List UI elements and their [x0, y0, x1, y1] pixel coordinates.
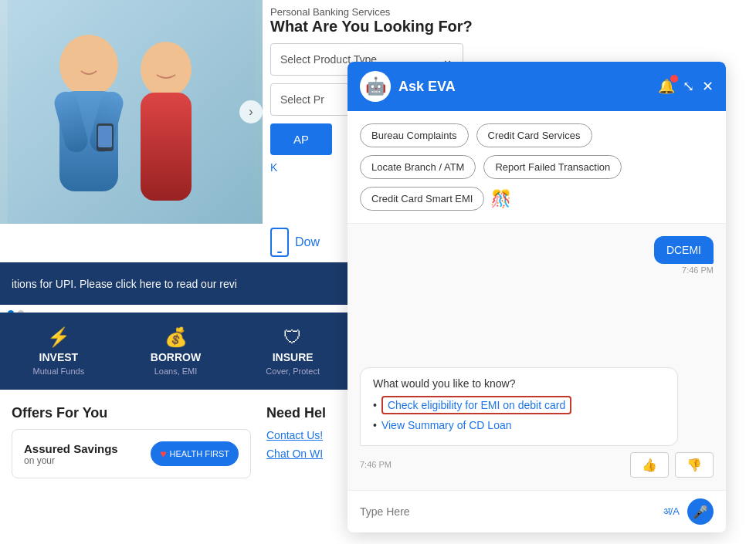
download-label: Dow [295, 235, 320, 249]
option-credit-card-smart-emi[interactable]: Credit Card Smart EMI [360, 187, 484, 211]
upi-text: itions for UPI. Please click here to rea… [12, 278, 237, 290]
offer-card[interactable]: Assured Savings on your ♥ HEALTH FIRST [12, 429, 251, 478]
heart-icon: ♥ [160, 448, 166, 460]
notification-button[interactable]: 🔔 [658, 78, 675, 95]
bot-link-item-2: • View Summary of CD Loan [373, 419, 665, 431]
svg-rect-0 [8, 0, 255, 224]
feedback-buttons: 👍 👎 [630, 452, 714, 478]
chat-input[interactable] [360, 505, 656, 518]
apply-button[interactable]: AP [270, 123, 332, 155]
need-help-title: Need Hel [266, 405, 351, 421]
insure-icon: 🛡 [283, 326, 302, 348]
bot-message-time: 7:46 PM [360, 460, 392, 469]
mic-button[interactable]: 🎤 [687, 498, 714, 525]
chat-title: Ask EVA [398, 79, 650, 95]
svg-rect-8 [98, 126, 112, 147]
mobile-icon [270, 228, 289, 257]
thumbs-up-button[interactable]: 👍 [630, 452, 669, 478]
download-section[interactable]: Dow [270, 228, 320, 257]
invest-title: INVEST [39, 351, 79, 363]
option-report-failed-transaction[interactable]: Report Failed Transaction [483, 155, 622, 179]
upi-banner[interactable]: itions for UPI. Please click here to rea… [0, 262, 351, 305]
chat-footer: अ/A 🎤 [347, 490, 726, 532]
language-toggle-button[interactable]: अ/A [663, 505, 680, 518]
health-badge-label: HEALTH FIRST [170, 449, 229, 458]
nav-invest[interactable]: ⚡ INVEST Mutual Funds [0, 313, 117, 390]
offers-title: Offers For You [12, 405, 251, 421]
offer-card-title: Assured Savings [24, 442, 118, 455]
offers-section: Offers For You Assured Savings on your ♥… [0, 394, 263, 490]
offer-card-sub: on your [24, 455, 118, 466]
minimize-button[interactable]: ⤡ [683, 78, 694, 95]
nav-borrow[interactable]: 💰 BORROW Loans, EMI [117, 313, 235, 390]
svg-rect-6 [141, 93, 192, 201]
chat-footer-actions: अ/A 🎤 [663, 498, 714, 525]
chat-body: DCEMI 7:46 PM What would you like to kno… [347, 224, 726, 490]
eva-mascot-icon: 🤖 [365, 76, 386, 96]
emi-eligibility-link[interactable]: Check eligibility for EMI on debit card [381, 396, 571, 414]
celebration-emoji: 🎊 [490, 189, 511, 209]
nav-insure[interactable]: 🛡 INSURE Cover, Protect [234, 313, 351, 390]
invest-sub: Mutual Funds [33, 367, 85, 376]
eva-avatar: 🤖 [360, 71, 391, 102]
chat-header-actions: 🔔 ⤡ ✕ [658, 78, 714, 95]
heading-line1: Personal Banking Services [270, 6, 494, 18]
quick-options-area: Bureau Complaints Credit Card Services L… [347, 111, 726, 224]
chat-header: 🤖 Ask EVA 🔔 ⤡ ✕ [347, 62, 726, 111]
svg-point-5 [141, 42, 192, 97]
insure-sub: Cover, Protect [266, 367, 320, 376]
bot-message: What would you like to know? • Check eli… [360, 367, 678, 446]
health-badge: ♥ HEALTH FIRST [151, 441, 239, 466]
bot-link-item-1: • Check eligibility for EMI on debit car… [373, 396, 665, 414]
carousel-next-button[interactable]: › [239, 100, 263, 123]
borrow-icon: 💰 [164, 326, 188, 348]
option-locate-branch-atm[interactable]: Locate Branch / ATM [360, 155, 476, 179]
invest-icon: ⚡ [47, 326, 70, 348]
user-message-time: 7:46 PM [682, 265, 714, 275]
chat-widget: 🤖 Ask EVA 🔔 ⤡ ✕ Bureau Complaints Credit… [347, 62, 726, 532]
user-message: DCEMI [654, 236, 714, 264]
hero-image [0, 0, 263, 224]
notif-badge [670, 75, 678, 83]
bullet-icon-2: • [373, 419, 377, 431]
hero-svg [8, 0, 255, 224]
svg-point-1 [59, 35, 118, 96]
bot-message-group: What would you like to know? • Check eli… [360, 367, 714, 478]
thumbs-down-button[interactable]: 👎 [675, 452, 714, 478]
chat-on-wi-link[interactable]: Chat On WI [266, 448, 351, 460]
need-help-section: Need Hel Contact Us! Chat On WI [266, 394, 351, 466]
bot-message-footer: 7:46 PM 👍 👎 [360, 449, 714, 478]
insure-title: INSURE [273, 351, 314, 363]
user-message-group: DCEMI 7:46 PM [360, 236, 714, 275]
borrow-title: BORROW [151, 351, 201, 363]
bullet-icon-1: • [373, 399, 377, 411]
nav-icons-bar: ⚡ INVEST Mutual Funds 💰 BORROW Loans, EM… [0, 313, 351, 390]
close-button[interactable]: ✕ [702, 78, 714, 95]
page-heading: Personal Banking Services What Are You L… [270, 0, 494, 43]
close-icon: ✕ [702, 79, 714, 94]
cd-loan-link[interactable]: View Summary of CD Loan [381, 419, 512, 431]
product-subtype-label: Select Pr [280, 93, 324, 106]
chat-spacer [360, 284, 714, 358]
mic-icon: 🎤 [693, 505, 708, 519]
option-credit-card-services[interactable]: Credit Card Services [476, 123, 592, 147]
contact-us-link[interactable]: Contact Us! [266, 429, 351, 441]
bot-message-title: What would you like to know? [373, 377, 665, 390]
option-bureau-complaints[interactable]: Bureau Complaints [360, 123, 469, 147]
hero-banner [0, 0, 263, 224]
heading-line2: What Are You Looking For? [270, 18, 494, 35]
borrow-sub: Loans, EMI [154, 367, 198, 376]
minimize-icon: ⤡ [683, 79, 694, 94]
